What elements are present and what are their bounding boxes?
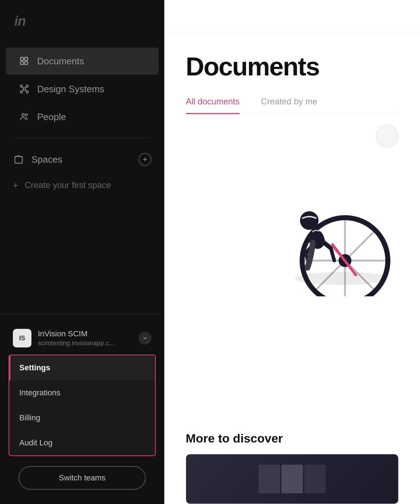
sidebar-item-label-documents: Documents [37, 56, 84, 67]
tab-all-documents[interactable]: All documents [186, 97, 240, 114]
team-avatar: IS [13, 329, 31, 347]
create-first-space[interactable]: + Create your first space [6, 174, 159, 197]
svg-point-25 [300, 211, 319, 230]
svg-rect-0 [21, 58, 24, 60]
svg-point-7 [20, 91, 22, 93]
dropdown-item-settings[interactable]: Settings [9, 355, 155, 380]
svg-line-11 [22, 90, 23, 91]
sidebar-item-label-people: People [37, 112, 66, 123]
sidebar-item-documents[interactable]: Documents [6, 48, 159, 75]
svg-rect-1 [21, 61, 24, 64]
svg-rect-2 [25, 58, 28, 60]
svg-line-9 [22, 87, 23, 88]
app-logo: in [14, 14, 26, 29]
design-systems-icon [19, 83, 30, 95]
team-url: scimtesting.invisionapp.c... [38, 340, 132, 347]
svg-point-5 [20, 85, 22, 87]
dropdown-item-audit-log[interactable]: Audit Log [9, 430, 155, 455]
svg-rect-3 [25, 61, 28, 64]
svg-point-8 [26, 91, 28, 93]
dropdown-item-billing[interactable]: Billing [9, 405, 155, 430]
create-space-label: Create your first space [25, 180, 111, 190]
team-info[interactable]: IS InVision SCIM scimtesting.invisionapp… [9, 323, 156, 353]
sidebar-item-design-systems[interactable]: Design Systems [6, 75, 159, 103]
more-to-discover-title: More to discover [186, 431, 399, 445]
card-image-3 [304, 465, 326, 493]
spaces-section: Spaces + Create your first space [0, 145, 164, 197]
card-images [259, 465, 326, 493]
spaces-icon [13, 154, 24, 165]
svg-point-14 [25, 114, 28, 116]
dropdown-menu: Settings Integrations Billing Audit Log [9, 355, 156, 456]
spaces-header-left: Spaces [13, 154, 62, 165]
spaces-header: Spaces [6, 145, 159, 174]
switch-teams-container: Switch teams [9, 458, 156, 504]
main-body: Documents All documents Created by me [164, 32, 420, 417]
create-space-plus-icon: + [13, 181, 18, 190]
switch-teams-button[interactable]: Switch teams [19, 466, 146, 490]
discover-card[interactable] [186, 454, 399, 504]
svg-point-6 [26, 85, 28, 87]
sidebar-nav: Documents Design Systems [0, 40, 164, 314]
svg-point-13 [22, 114, 24, 116]
dropdown-item-integrations[interactable]: Integrations [9, 380, 155, 405]
more-to-discover-section: More to discover [164, 431, 420, 504]
discover-card-inner [186, 454, 398, 504]
svg-line-10 [25, 87, 26, 88]
spaces-label: Spaces [31, 154, 62, 165]
sidebar-bottom: IS InVision SCIM scimtesting.invisionapp… [0, 314, 164, 504]
page-title: Documents [186, 54, 399, 79]
sidebar: in Documents [0, 0, 164, 504]
team-name: InVision SCIM [38, 329, 132, 339]
main-header [164, 0, 420, 32]
svg-line-12 [25, 90, 26, 91]
sidebar-logo: in [0, 0, 164, 40]
sidebar-item-people[interactable]: People [6, 103, 159, 130]
team-details: InVision SCIM scimtesting.invisionapp.c.… [38, 329, 132, 347]
nav-divider [13, 138, 151, 138]
team-chevron-button[interactable] [139, 332, 151, 345]
main-content: Documents All documents Created by me [164, 0, 420, 504]
empty-state-illustration [234, 139, 399, 296]
card-image-1 [259, 465, 280, 493]
card-image-2 [281, 465, 303, 493]
illustration-area [186, 125, 399, 296]
documents-icon [19, 55, 30, 67]
tab-created-by-me[interactable]: Created by me [261, 97, 317, 114]
sidebar-item-label-design-systems: Design Systems [37, 84, 104, 95]
add-space-button[interactable] [139, 153, 151, 166]
document-tabs: All documents Created by me [186, 97, 399, 114]
people-icon [19, 111, 30, 123]
